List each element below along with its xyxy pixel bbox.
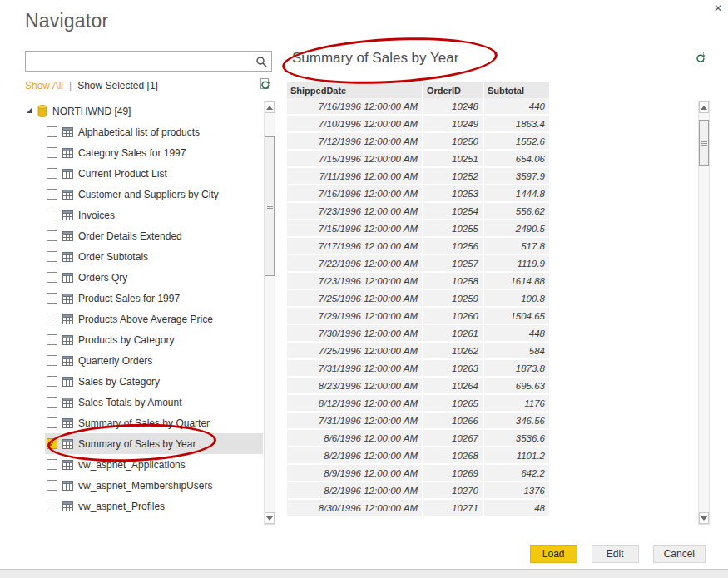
load-button[interactable]: Load [530,545,577,563]
tree-item[interactable]: Orders Qry [25,267,263,288]
cell-subtotal: 1552.6 [484,133,551,151]
column-header-shippeddate[interactable]: ShippedDate [287,82,423,98]
column-header-orderid[interactable]: OrderID [423,82,484,98]
checkbox[interactable] [47,189,57,200]
table-row: 7/22/1996 12:00:00 AM 10257 1119.9 [287,255,555,273]
preview-scrollbar[interactable] [698,101,710,525]
table-icon [62,460,73,470]
tree-item-label: Category Sales for 1997 [78,147,186,159]
tree-item-label: Sales by Category [78,376,160,388]
tree-children: Alphabetical list of products Category S… [25,121,263,516]
checkbox[interactable] [47,126,57,137]
checkbox[interactable] [47,480,57,491]
cell-orderid: 10263 [423,360,484,378]
tree-item-label: Sales Totals by Amount [78,397,182,408]
table-icon [62,439,73,449]
tree-item-label: Orders Qry [78,272,127,284]
tree-item[interactable]: Category Sales for 1997 [25,142,263,163]
checkbox[interactable] [47,168,57,179]
table-row: 7/15/1996 12:00:00 AM 10251 654.06 [287,151,555,168]
tree-item-label: Product Sales for 1997 [78,293,180,304]
database-icon [37,105,47,117]
table-icon [62,252,73,262]
filter-links: Show All | Show Selected [1] [25,80,158,91]
preview-scroll-track[interactable] [699,113,709,512]
tree-scroll-thumb[interactable] [265,136,275,276]
tree-item[interactable]: Sales by Category [25,371,263,392]
checkbox[interactable] [47,210,57,220]
checkbox[interactable] [47,376,57,387]
checkbox[interactable] [47,355,57,366]
checkbox[interactable] [47,230,57,241]
scroll-up-icon[interactable] [699,101,709,113]
cell-subtotal: 1873.8 [484,360,551,378]
tree-scrollbar[interactable] [264,101,275,525]
tree-item[interactable]: ✓ Summary of Sales by Year [25,433,263,454]
tree-item-label: Products Above Average Price [78,314,213,325]
table-icon [62,169,73,179]
cell-orderid: 10256 [423,238,484,255]
tree-item[interactable]: Product Sales for 1997 [25,288,263,309]
table-icon [62,210,73,220]
tree-item[interactable]: Products Above Average Price [25,309,263,329]
tree-item[interactable]: vw_aspnet_Applications [25,454,263,475]
show-all-link[interactable]: Show All [25,80,63,91]
cell-shippeddate: 7/30/1996 12:00:00 AM [287,325,423,343]
cancel-button[interactable]: Cancel [653,545,706,563]
tree-item[interactable]: vw_aspnet_MembershipUsers [25,475,263,496]
tree-item[interactable]: Invoices [25,205,263,225]
tree-item[interactable]: Quarterly Orders [25,350,263,371]
cell-subtotal: 1444.8 [484,185,551,203]
preview-refresh-icon[interactable] [693,51,707,68]
tree-item[interactable]: Alphabetical list of products [25,121,263,142]
cell-shippeddate: 7/15/1996 12:00:00 AM [287,151,423,168]
checkbox[interactable]: ✓ [47,438,57,449]
table-icon [62,231,73,241]
search-box [25,51,272,72]
search-input[interactable] [26,52,251,71]
tree-item[interactable]: Order Subtotals [25,246,263,267]
search-icon[interactable] [251,52,271,71]
scroll-up-icon[interactable] [265,101,275,113]
cell-shippeddate: 7/25/1996 12:00:00 AM [287,343,423,360]
tree-item[interactable]: vw_aspnet_Profiles [25,496,263,516]
cell-orderid: 10262 [423,343,484,360]
tree-item[interactable]: Order Details Extended [25,225,263,246]
close-icon[interactable]: ✕ [714,2,722,14]
scroll-down-icon[interactable] [699,512,709,524]
tree-item[interactable]: Sales Totals by Amount [25,392,263,413]
tree-item[interactable]: Current Product List [25,163,263,184]
checkbox[interactable] [47,459,57,470]
checkbox[interactable] [47,501,57,511]
checkbox[interactable] [47,147,57,158]
tree-item[interactable]: Customer and Suppliers by City [25,184,263,205]
preview-scroll-thumb[interactable] [699,120,709,166]
checkbox[interactable] [47,334,57,345]
cell-orderid: 10258 [423,273,484,290]
edit-button[interactable]: Edit [592,545,639,563]
tree-item[interactable]: Products by Category [25,329,263,350]
tree-root-database[interactable]: NORTHWND [49] [25,101,263,121]
checkbox[interactable] [47,417,57,428]
scroll-down-icon[interactable] [265,512,275,524]
cell-shippeddate: 7/23/1996 12:00:00 AM [287,273,423,290]
cell-shippeddate: 7/17/1996 12:00:00 AM [287,238,423,255]
cell-orderid: 10250 [423,133,484,151]
table-row: 7/31/1996 12:00:00 AM 10263 1873.8 [287,360,555,378]
checkbox[interactable] [47,251,57,262]
checkbox[interactable] [47,314,57,324]
column-header-subtotal[interactable]: Subtotal [484,82,551,98]
table-row: 7/12/1996 12:00:00 AM 10250 1552.6 [287,133,555,151]
cell-subtotal: 654.06 [484,151,551,168]
show-selected-link[interactable]: Show Selected [1] [77,80,158,91]
checkbox[interactable] [47,397,57,408]
refresh-icon[interactable] [258,77,272,95]
checkbox[interactable] [47,272,57,283]
expand-arrow-icon[interactable] [27,107,32,113]
checkbox[interactable] [47,293,57,304]
tree-item[interactable]: Summary of Sales by Quarter [25,413,263,433]
tree-scroll-track[interactable] [265,113,275,512]
table-row: 8/23/1996 12:00:00 AM 10264 695.63 [287,378,555,395]
tree-item-label: vw_aspnet_Profiles [78,501,165,512]
cell-subtotal: 1376 [484,482,551,500]
